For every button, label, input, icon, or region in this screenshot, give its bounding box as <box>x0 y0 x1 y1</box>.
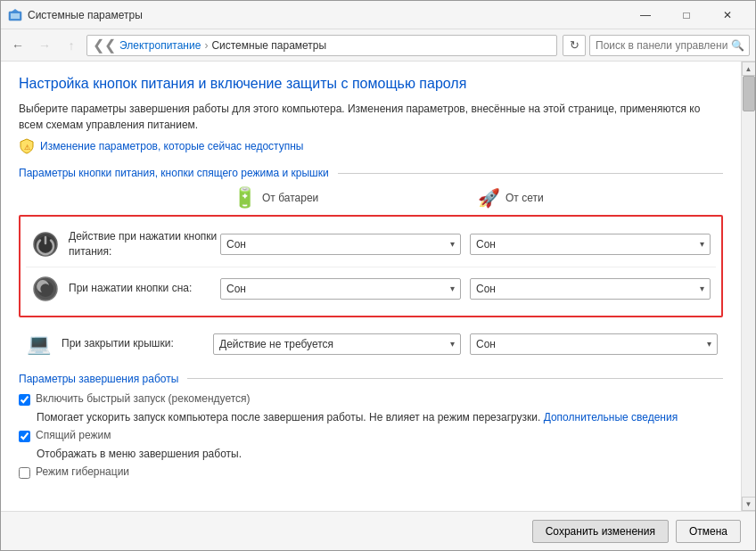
setting-row-lid: 💻 При закрытии крышки: Действие не требу… <box>19 325 723 364</box>
sleep-button-network-dropdown[interactable]: Сон <box>470 278 711 300</box>
close-button[interactable]: ✕ <box>707 1 748 29</box>
hibernate-row: Режим гибернации <box>19 465 723 479</box>
refresh-button[interactable]: ↻ <box>563 35 586 56</box>
window-controls: — □ ✕ <box>625 1 748 29</box>
footer: Сохранить изменения Отмена <box>1 511 755 550</box>
lid-label: При закрытии крышки: <box>62 336 213 351</box>
power-button-icon <box>31 230 60 259</box>
highlighted-settings: Действие при нажатии кнопки питания: Сон… <box>19 215 723 317</box>
setting-row-power-button: Действие при нажатии кнопки питания: Сон… <box>26 222 716 267</box>
search-input[interactable] <box>589 35 750 56</box>
breadcrumb-current: Системные параметры <box>211 39 326 52</box>
sleep-button-icon <box>31 275 60 303</box>
lid-icon: 💻 <box>24 330 53 358</box>
battery-icon: 🔋 <box>233 186 257 210</box>
sleep-mode-desc: Отображать в меню завершения работы. <box>37 446 723 462</box>
unlock-link-text: Изменение параметров, которые сейчас нед… <box>40 140 304 152</box>
section-shutdown-label: Параметры завершения работы <box>19 373 723 385</box>
window-title: Системные параметры <box>28 9 625 21</box>
svg-marker-2 <box>12 9 19 12</box>
column-headers: 🔋 От батареи 🚀 От сети <box>19 186 723 210</box>
cancel-button[interactable]: Отмена <box>676 520 741 543</box>
svg-rect-1 <box>11 13 20 19</box>
window-icon <box>8 8 22 22</box>
maximize-button[interactable]: □ <box>666 1 707 29</box>
sleep-button-controls: Сон Сон <box>220 278 711 300</box>
power-button-controls: Сон Сон <box>220 234 711 255</box>
fast-startup-link[interactable]: Дополнительные сведения <box>544 411 678 424</box>
sleep-mode-checkbox[interactable] <box>19 431 30 442</box>
fast-startup-desc: Помогает ускорить запуск компьютера посл… <box>37 409 723 425</box>
page-title: Настройка кнопок питания и включение защ… <box>19 76 723 92</box>
save-button[interactable]: Сохранить изменения <box>532 520 669 543</box>
scroll-thumb[interactable] <box>743 76 755 111</box>
main-panel: Настройка кнопок питания и включение защ… <box>1 62 741 511</box>
page-description: Выберите параметры завершения работы для… <box>19 101 723 133</box>
address-bar: ← → ↑ ❮❮ Электропитание › Системные пара… <box>1 29 755 62</box>
breadcrumb-power[interactable]: Электропитание <box>119 39 201 52</box>
col-battery-header: 🔋 От батареи <box>233 186 478 210</box>
content-area: Настройка кнопок питания и включение защ… <box>1 62 755 511</box>
sleep-button-battery-dropdown[interactable]: Сон <box>220 278 461 300</box>
fast-startup-label: Включить быстрый запуск (рекомендуется) <box>36 392 251 405</box>
hibernate-checkbox[interactable] <box>19 467 30 479</box>
plug-icon: 🚀 <box>478 187 500 209</box>
scroll-down-button[interactable]: ▼ <box>742 497 756 511</box>
minimize-button[interactable]: — <box>625 1 666 29</box>
up-button[interactable]: ↑ <box>60 34 83 57</box>
lid-network-dropdown[interactable]: Сон <box>470 333 718 355</box>
svg-text:⚠: ⚠ <box>24 144 30 152</box>
title-bar: Системные параметры — □ ✕ <box>1 1 755 29</box>
power-button-battery-dropdown[interactable]: Сон <box>220 234 461 255</box>
unlock-link[interactable]: ⚠ Изменение параметров, которые сейчас н… <box>19 138 723 154</box>
scroll-up-button[interactable]: ▲ <box>742 62 756 76</box>
hibernate-label: Режим гибернации <box>36 465 129 478</box>
lid-controls: Действие не требуется Сон <box>213 333 718 355</box>
lid-battery-dropdown[interactable]: Действие не требуется <box>213 333 461 355</box>
col-network-header: 🚀 От сети <box>478 187 723 209</box>
search-icon: 🔍 <box>731 39 744 52</box>
fast-startup-row: Включить быстрый запуск (рекомендуется) <box>19 392 723 406</box>
power-button-label: Действие при нажатии кнопки питания: <box>69 229 220 259</box>
sleep-button-label: При нажатии кнопки сна: <box>69 281 220 296</box>
scrollbar: ▲ ▼ <box>741 62 755 511</box>
setting-row-sleep-button: При нажатии кнопки сна: Сон Сон <box>26 267 716 310</box>
power-button-network-dropdown[interactable]: Сон <box>470 234 711 255</box>
sleep-mode-label: Спящий режим <box>36 429 111 441</box>
section-power-label: Параметры кнопки питания, кнопки спящего… <box>19 167 723 179</box>
forward-button[interactable]: → <box>33 34 56 57</box>
main-window: Системные параметры — □ ✕ ← → ↑ ❮❮ Элект… <box>0 0 756 551</box>
fast-startup-checkbox[interactable] <box>19 394 30 406</box>
address-field[interactable]: ❮❮ Электропитание › Системные параметры <box>86 35 557 56</box>
sleep-mode-row: Спящий режим <box>19 429 723 442</box>
search-container: 🔍 <box>589 35 750 56</box>
back-button[interactable]: ← <box>6 34 29 57</box>
scroll-track <box>742 76 756 497</box>
